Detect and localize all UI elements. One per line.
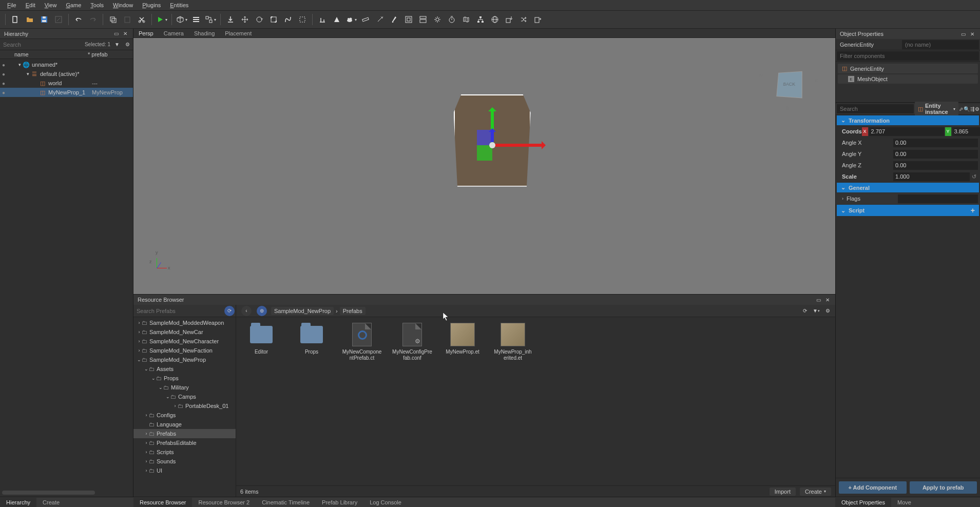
tab-placement[interactable]: Placement (225, 30, 252, 36)
viewport-3d[interactable]: y x z N S E BACK (133, 38, 835, 294)
angle-y-input[interactable] (893, 150, 978, 159)
resource-item[interactable]: MyNewProp_inherited.et (493, 322, 533, 361)
resource-tree-row[interactable]: ⌄🗀Assets (133, 364, 236, 374)
menu-plugins[interactable]: Plugins (138, 1, 165, 10)
resource-tree-row[interactable]: ›🗀Scripts (133, 447, 236, 457)
gear-icon[interactable]: ⚙ (975, 105, 980, 112)
gizmo-z-axis[interactable] (491, 130, 494, 142)
hierarchy-row[interactable]: ●▾☰default (active)* (0, 69, 133, 79)
reset-scale-icon[interactable]: ↺ (970, 173, 978, 180)
bounds-button[interactable] (296, 13, 309, 26)
entity-instance-dropdown[interactable]: ◫ Entity instance ▾ (915, 102, 958, 116)
resource-tree-row[interactable]: ⌄🗀Military (133, 383, 236, 392)
menu-view[interactable]: View (41, 1, 61, 10)
tab-prefab-library[interactable]: Prefab Library (316, 498, 363, 507)
close-icon[interactable]: ✕ (122, 30, 129, 37)
resource-search-input[interactable] (133, 306, 223, 316)
gizmo-origin[interactable] (489, 142, 495, 148)
component-genericentity[interactable]: ◫ GenericEntity (838, 64, 978, 73)
resource-item[interactable]: MyNewComponentPrefab.ct (342, 322, 382, 361)
search-icon[interactable]: 🔍 (964, 105, 970, 112)
add-script-icon[interactable]: + (971, 206, 975, 215)
play-button[interactable]: ▾ (155, 13, 168, 26)
hierarchy-row[interactable]: ●▾🌐unnamed* (0, 60, 133, 69)
tab-shading[interactable]: Shading (194, 30, 215, 36)
minimize-icon[interactable]: ▭ (112, 30, 120, 37)
menu-window[interactable]: Window (109, 1, 137, 10)
minimize-icon[interactable]: ▭ (815, 296, 822, 303)
close-icon[interactable]: ✕ (824, 296, 831, 303)
redo-button[interactable] (86, 13, 100, 26)
filter-icon[interactable]: ▼ (113, 41, 121, 48)
cut-button[interactable] (135, 13, 148, 26)
create-button[interactable]: Create▾ (800, 488, 831, 496)
back-icon[interactable]: ‹ (241, 306, 252, 316)
flags-input[interactable] (898, 194, 978, 203)
list-button[interactable] (189, 13, 203, 26)
tab-resource-browser-2[interactable]: Resource Browser 2 (192, 498, 256, 507)
resource-tree-row[interactable]: ›🗀SampleMod_NewCar (133, 327, 236, 337)
resource-tree-row[interactable]: ›🗀Sounds (133, 457, 236, 466)
tab-hierarchy[interactable]: Hierarchy (0, 498, 36, 507)
tab-camera[interactable]: Camera (164, 30, 184, 36)
gear-icon[interactable]: ⚙ (824, 307, 831, 315)
refresh-icon[interactable]: ⟳ (801, 307, 809, 315)
resource-tree-row[interactable]: ⌄🗀SampleMod_NewProp (133, 355, 236, 364)
import-button[interactable]: Import (770, 488, 796, 496)
angle-z-input[interactable] (893, 161, 978, 170)
apply-to-prefab-button[interactable]: Apply to prefab (910, 481, 977, 494)
menu-edit[interactable]: Edit (22, 1, 40, 10)
resource-tree-row[interactable]: ›🗀Prefabs (133, 429, 236, 438)
resource-tree-row[interactable]: ›🗀PrefabsEditable (133, 438, 236, 447)
brush-button[interactable] (388, 13, 401, 26)
minimize-icon[interactable]: ▭ (959, 30, 967, 37)
paste-button[interactable] (121, 13, 134, 26)
section-script[interactable]: ⌄Script + (837, 205, 979, 216)
edit-button[interactable] (52, 13, 65, 26)
resource-tree-row[interactable]: ›🗀Configs (133, 411, 236, 420)
gizmo-x-axis[interactable] (492, 144, 544, 147)
hierarchy-button[interactable] (474, 13, 487, 26)
refresh-icon[interactable]: ⟳ (224, 306, 235, 316)
resource-tree-row[interactable]: ›🗀SampleMod_NewFaction (133, 346, 236, 355)
flags-label[interactable]: Flags (847, 196, 898, 202)
cloud-button[interactable]: ▾ (344, 13, 358, 26)
scale-tool-button[interactable] (267, 13, 280, 26)
tab-persp[interactable]: Persp (139, 30, 153, 36)
tab-move[interactable]: Move (891, 498, 917, 507)
shuffle-button[interactable] (517, 13, 530, 26)
globe-button[interactable] (488, 13, 502, 26)
save-button[interactable] (37, 13, 51, 26)
curve-button[interactable] (281, 13, 295, 26)
triangle-button[interactable] (330, 13, 343, 26)
coords-y-input[interactable] (952, 127, 981, 136)
scrollbar[interactable] (2, 491, 95, 495)
scale-input[interactable] (893, 172, 970, 181)
cube-button[interactable]: ▾ (175, 13, 188, 26)
resource-tree-row[interactable]: ›🗀PortableDesk_01 (133, 401, 236, 411)
resource-tree-row[interactable]: 🗀Language (133, 420, 236, 429)
section-transformation[interactable]: ⌄Transformation (837, 115, 979, 125)
gear-button[interactable] (431, 13, 444, 26)
prop-mesh[interactable] (454, 94, 531, 187)
resource-tree-row[interactable]: ›🗀UI (133, 466, 236, 475)
tab-object-properties[interactable]: Object Properties (835, 498, 891, 507)
resource-item[interactable]: ⚙MyNewConfigPrefab.conf (392, 322, 432, 361)
map-button[interactable] (459, 13, 473, 26)
resource-item[interactable]: Props (292, 322, 332, 361)
resource-tree-row[interactable]: ⌄🗀Props (133, 374, 236, 383)
open-file-button[interactable] (23, 13, 36, 26)
entity-name-input[interactable] (902, 40, 979, 49)
import-button[interactable] (503, 13, 516, 26)
tab-resource-browser[interactable]: Resource Browser (133, 498, 192, 507)
breadcrumb-segment[interactable]: Prefabs (340, 307, 366, 315)
tab-log-console[interactable]: Log Console (363, 498, 408, 507)
viewcube[interactable]: N S E BACK (763, 59, 815, 110)
component-meshobject[interactable]: E MeshObject (838, 74, 978, 84)
frame-button[interactable] (402, 13, 415, 26)
ground-button[interactable] (224, 13, 237, 26)
close-icon[interactable]: ✕ (969, 30, 976, 37)
column-prefab[interactable]: * prefab (88, 51, 129, 57)
layout-button[interactable] (416, 13, 430, 26)
resource-tree-row[interactable]: ›🗀SampleMod_NewCharacter (133, 337, 236, 346)
